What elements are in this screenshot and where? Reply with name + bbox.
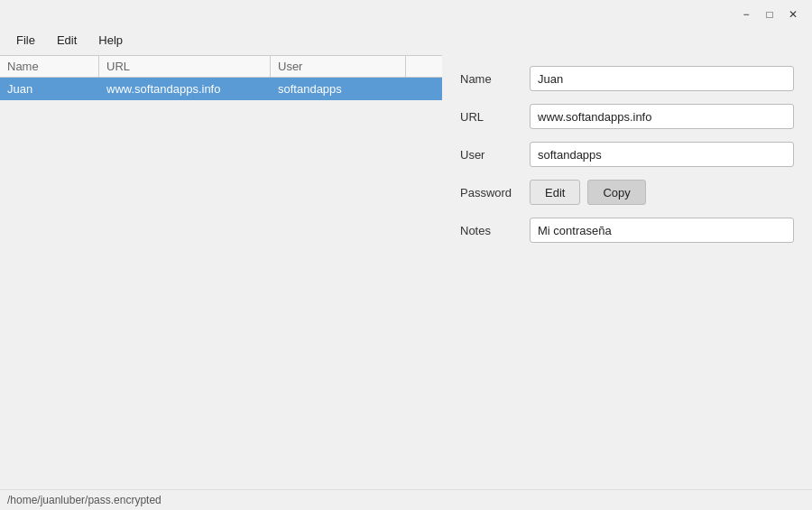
menu-bar: File Edit Help [0,29,812,51]
edit-button[interactable]: Edit [530,180,580,205]
cell-name: Juan [7,82,106,96]
user-input[interactable] [530,142,794,167]
menu-edit[interactable]: Edit [48,31,86,50]
copy-button[interactable]: Copy [587,180,645,205]
status-bar: /home/juanluber/pass.encrypted [0,489,812,510]
name-row: Name [460,66,794,91]
main-content: Name URL User Juan www.softandapps.info … [0,51,812,489]
password-row: Password Edit Copy [460,180,794,205]
minimize-button[interactable]: − [734,3,758,26]
col-header-user: User [271,56,406,77]
url-input[interactable] [530,104,794,129]
maximize-button[interactable]: □ [758,3,781,26]
notes-row: Notes [460,218,794,243]
user-label: User [460,148,519,162]
menu-file[interactable]: File [7,31,44,50]
col-header-url: URL [99,56,271,77]
close-button[interactable]: ✕ [781,3,805,26]
title-bar: − □ ✕ [0,0,812,29]
table-header: Name URL User [0,55,442,78]
notes-label: Notes [460,224,519,237]
name-label: Name [460,72,519,86]
col-header-name: Name [0,56,99,77]
notes-input[interactable] [530,218,794,243]
cell-url: www.softandapps.info [106,82,278,96]
table-row[interactable]: Juan www.softandapps.info softandapps [0,78,442,100]
user-row: User [460,142,794,167]
url-label: URL [460,110,519,124]
url-row: URL [460,104,794,129]
cell-user: softandapps [278,82,413,96]
status-path: /home/juanluber/pass.encrypted [7,494,161,506]
right-panel: Name URL User Password Edit Copy Notes [442,55,812,486]
password-label: Password [460,186,519,199]
password-buttons: Edit Copy [530,180,646,205]
menu-help[interactable]: Help [89,31,132,50]
left-panel: Name URL User Juan www.softandapps.info … [0,55,442,486]
name-input[interactable] [530,66,794,91]
